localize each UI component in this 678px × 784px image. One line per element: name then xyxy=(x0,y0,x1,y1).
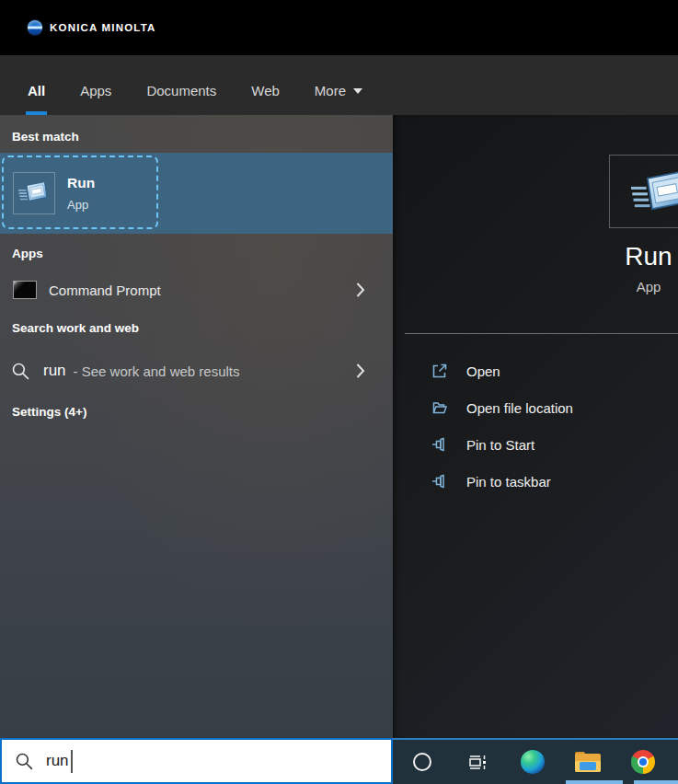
taskbar xyxy=(393,738,678,784)
apps-header: Apps xyxy=(0,234,393,271)
action-open-file-location[interactable]: Open file location xyxy=(393,389,678,426)
search-icon xyxy=(15,752,34,771)
preview-app-tile xyxy=(609,155,678,228)
cortana-icon xyxy=(413,753,431,771)
preview-title: Run xyxy=(597,242,678,271)
brand-name: KONICA MINOLTA xyxy=(50,22,156,33)
chrome-button[interactable] xyxy=(615,740,671,784)
tab-apps[interactable]: Apps xyxy=(78,83,113,115)
cortana-button[interactable] xyxy=(395,740,450,784)
chevron-down-icon xyxy=(353,88,362,94)
preview-panel: Run App Open xyxy=(393,115,678,738)
result-title: Run xyxy=(67,175,95,191)
edge-icon xyxy=(521,750,545,774)
chevron-right-icon xyxy=(356,363,365,379)
result-subtitle: App xyxy=(67,198,95,212)
search-query-text: run xyxy=(43,362,66,380)
tab-documents[interactable]: Documents xyxy=(144,83,218,115)
tab-all[interactable]: All xyxy=(26,83,47,115)
command-prompt-icon xyxy=(13,281,37,299)
brand-bar: KONICA MINOLTA xyxy=(0,0,678,55)
chrome-icon xyxy=(631,750,655,774)
pin-icon xyxy=(431,473,448,490)
file-explorer-icon xyxy=(575,752,601,772)
tab-web[interactable]: Web xyxy=(249,83,282,115)
preview-divider xyxy=(405,333,678,334)
search-work-web-header: Search work and web xyxy=(0,308,393,346)
preview-actions: Open Open file location xyxy=(393,352,678,500)
search-icon xyxy=(11,362,30,381)
run-app-icon xyxy=(18,179,50,207)
task-view-icon xyxy=(467,753,488,772)
search-suffix-text: - See work and web results xyxy=(74,363,240,379)
best-match-result-run[interactable]: Run App xyxy=(0,153,393,234)
edge-button[interactable] xyxy=(505,740,560,784)
search-results-panel: Best match Run App Apps Command Prompt S… xyxy=(0,115,393,738)
text-caret xyxy=(71,750,73,773)
action-open[interactable]: Open xyxy=(393,352,678,389)
search-input-value: run xyxy=(46,752,69,770)
konica-minolta-globe-icon xyxy=(28,20,42,35)
chevron-right-icon xyxy=(356,282,365,298)
task-view-button[interactable] xyxy=(450,740,505,784)
taskbar-search-input[interactable]: run xyxy=(0,738,393,784)
search-filter-tabs: All Apps Documents Web More xyxy=(0,55,678,115)
open-icon xyxy=(431,363,448,379)
tab-more[interactable]: More xyxy=(313,83,364,115)
action-pin-to-taskbar[interactable]: Pin to taskbar xyxy=(393,463,678,500)
result-command-prompt[interactable]: Command Prompt xyxy=(0,271,393,308)
run-app-tile xyxy=(13,172,55,214)
running-indicator-chrome xyxy=(634,780,678,784)
preview-subtitle: App xyxy=(597,279,678,294)
file-explorer-button[interactable] xyxy=(560,740,615,784)
folder-outline-icon xyxy=(431,399,448,416)
run-app-icon-large xyxy=(631,167,678,215)
result-web-search[interactable]: run - See work and web results xyxy=(0,350,393,392)
running-indicator-file-explorer xyxy=(566,780,623,784)
best-match-header: Best match xyxy=(0,115,393,153)
settings-header: Settings (4+) xyxy=(0,392,393,430)
pin-icon xyxy=(431,436,448,453)
action-pin-to-start[interactable]: Pin to Start xyxy=(393,426,678,463)
